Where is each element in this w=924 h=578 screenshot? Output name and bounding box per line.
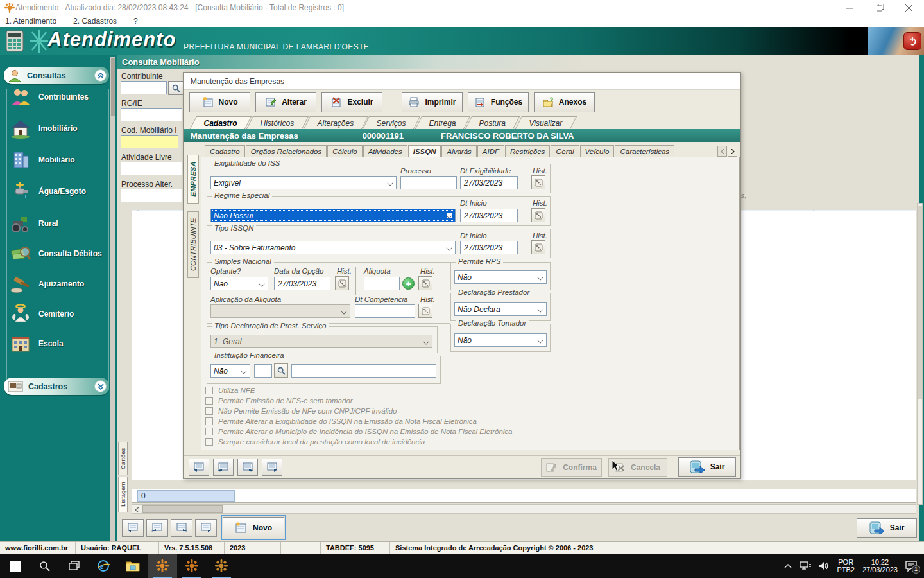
record-next-button[interactable] [237, 459, 258, 476]
tray-language[interactable]: POR PTB2 [837, 558, 855, 574]
instituicao-combo[interactable]: Não [210, 364, 250, 378]
dt-competencia-input[interactable] [355, 304, 415, 318]
tab-listagem[interactable]: Listagem [118, 477, 128, 512]
sidebar-item-cemiterio[interactable]: Cemitério [9, 299, 108, 329]
checkbox-nfe-cnpj-invalido[interactable] [205, 407, 213, 415]
tab-entrega[interactable]: Entrega [415, 116, 470, 129]
tab-veiculo[interactable]: Veículo [580, 145, 615, 157]
fiorilli-app-2-button[interactable] [177, 554, 207, 578]
tab-historicos[interactable]: Históricos [246, 116, 309, 129]
nav-prev-button[interactable] [146, 519, 168, 537]
sair-dialog-button[interactable]: Sair [678, 457, 736, 477]
tab-cadastro-inner[interactable]: Cadastro [205, 145, 245, 157]
tab-restricoes[interactable]: Restrições [505, 145, 550, 157]
anexos-button[interactable]: Anexos [534, 92, 595, 112]
tipo-issqn-combo[interactable]: 03 - Sobre Faturamento [210, 241, 456, 254]
sidebar-header-consultas[interactable]: Consultas [4, 67, 109, 84]
tab-alvaras[interactable]: Alvarás [441, 145, 476, 157]
aliquota-input[interactable] [364, 277, 400, 290]
tab-scroll-right-button[interactable] [728, 146, 737, 157]
add-aliquota-button[interactable]: + [402, 277, 415, 290]
instituicao-codigo-input[interactable] [254, 364, 272, 378]
taskbar-search-button[interactable] [30, 554, 59, 578]
rgie-input[interactable] [121, 108, 182, 121]
fiorilli-app-3-button[interactable] [207, 554, 236, 578]
novo-button[interactable]: Novo [189, 92, 250, 112]
contribuinte-input[interactable] [121, 81, 167, 94]
dt-inicio-tipo-input[interactable]: 27/03/2023 [460, 241, 518, 254]
notification-center-button[interactable]: 1 [905, 561, 918, 572]
alterar-button[interactable]: Alterar [255, 92, 316, 112]
internet-explorer-button[interactable]: e [89, 554, 118, 578]
sair-bottom-button[interactable]: Sair [857, 518, 917, 538]
data-opcao-input[interactable]: 27/03/2023 [274, 277, 330, 290]
checkbox-utiliza-nfe[interactable] [205, 387, 213, 394]
permite-rps-combo[interactable]: Não [454, 270, 547, 284]
sidebar-item-contribuintes[interactable]: Contribuintes [9, 82, 108, 112]
funcoes-button[interactable]: Funções [468, 92, 529, 112]
sidebar-item-escola[interactable]: Escola [9, 329, 108, 358]
tab-scroll-left-button[interactable] [717, 146, 727, 157]
vertical-scrollbar[interactable] [917, 203, 923, 505]
hist-regime-button[interactable] [531, 208, 545, 222]
close-button[interactable] [896, 0, 921, 15]
processo-alter-input[interactable] [121, 189, 182, 202]
tab-geral[interactable]: Geral [551, 145, 579, 157]
declaracao-tomador-combo[interactable]: Não [454, 333, 547, 347]
menu-cadastros[interactable]: 2. Cadastros [73, 17, 117, 26]
chevron-up-icon[interactable] [94, 69, 107, 82]
tray-clock[interactable]: 10:22 27/03/2023 [862, 558, 898, 574]
tab-alteracoes[interactable]: Alterações [304, 116, 368, 129]
tab-cadastro-outer[interactable]: Cadastro [190, 116, 252, 129]
chevron-down-icon[interactable] [94, 380, 107, 392]
horizontal-scrollbar[interactable] [132, 504, 916, 514]
sidebar-item-ajuizamento[interactable]: Ajuizamento [9, 269, 108, 299]
confirma-button[interactable]: Confirma [541, 458, 602, 477]
status-website[interactable]: www.fiorilli.com.br [0, 542, 76, 554]
processo-input[interactable] [400, 176, 457, 189]
sidebar-scrollbar[interactable] [110, 57, 116, 541]
declaracao-prestador-combo[interactable]: Não Declara [454, 302, 547, 316]
tab-aidf[interactable]: AIDF [477, 145, 504, 157]
nav-first-button[interactable] [122, 519, 144, 537]
tab-orgaos-relacionados[interactable]: Orgãos Relacionados [246, 145, 327, 157]
dt-exigibilidade-input[interactable]: 27/03/2023 [460, 176, 518, 189]
tray-chevron-icon[interactable] [784, 563, 792, 568]
record-prev-button[interactable] [213, 459, 234, 476]
sidebar-item-rural[interactable]: Rural [9, 209, 108, 238]
regime-combo[interactable]: Não Possui [210, 209, 456, 222]
aplicacao-aliquota-combo[interactable] [210, 304, 350, 318]
tab-postura[interactable]: Postura [465, 116, 520, 129]
nav-last-button[interactable] [195, 519, 217, 537]
record-last-button[interactable] [262, 459, 282, 476]
imprimir-button[interactable]: Imprimir [402, 92, 463, 112]
dt-inicio-regime-input[interactable]: 27/03/2023 [460, 209, 518, 222]
side-tab-contribuinte[interactable]: CONTRIBUINTE [187, 211, 199, 278]
speaker-icon[interactable] [819, 561, 829, 570]
atividade-livre-input[interactable] [121, 162, 182, 175]
instituicao-search-button[interactable] [274, 363, 288, 378]
tab-servicos[interactable]: Serviços [363, 116, 420, 129]
hist-simples-button[interactable] [335, 276, 349, 290]
instituicao-nome-input[interactable] [291, 364, 436, 378]
checkbox-nfse-sem-tomador[interactable] [205, 397, 213, 405]
sidebar-item-agua-esgoto[interactable]: Água/Esgoto [9, 177, 108, 206]
checkbox-alterar-exigibilidade[interactable] [205, 417, 213, 425]
exigibilidade-combo[interactable]: Exigível [210, 176, 397, 189]
network-icon[interactable] [800, 561, 811, 570]
sidebar-item-mobiliario[interactable]: Mobiliário [9, 145, 108, 175]
menu-help[interactable]: ? [133, 17, 138, 26]
nav-next-button[interactable] [171, 519, 193, 537]
contribuinte-search-button[interactable] [168, 81, 184, 95]
checkbox-alterar-municipio[interactable] [205, 428, 213, 435]
fiorilli-app-1-button[interactable] [148, 554, 177, 578]
novo-bottom-button[interactable]: Novo [223, 517, 284, 538]
checkbox-local-prestacao[interactable] [205, 438, 213, 446]
tab-issqn[interactable]: ISSQN [408, 145, 441, 157]
sidebar-item-consulta-debitos[interactable]: Consulta Débitos [9, 239, 108, 268]
task-view-button[interactable] [59, 554, 89, 578]
record-first-button[interactable] [189, 459, 209, 476]
tab-atividades[interactable]: Atividades [363, 145, 407, 157]
menu-atendimento[interactable]: 1. Atendimento [5, 17, 56, 26]
start-button[interactable] [0, 554, 30, 578]
